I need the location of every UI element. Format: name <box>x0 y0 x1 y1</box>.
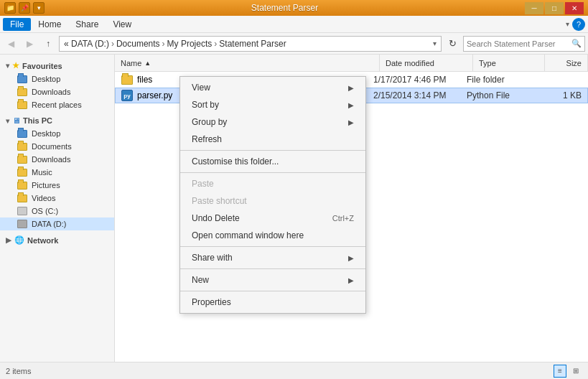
context-menu-item-label: New <box>192 275 209 285</box>
quick-access-down[interactable]: ▾ <box>33 2 45 14</box>
back-button[interactable]: ◀ <box>3 36 19 52</box>
context-menu-item[interactable]: Customise this folder... <box>180 153 365 170</box>
thispc-label: This PC <box>23 116 52 125</box>
sidebar-pc-osc[interactable]: OS (C:) <box>0 205 114 217</box>
context-menu-item[interactable]: New▶ <box>180 271 365 289</box>
menu-share[interactable]: Share <box>68 18 106 31</box>
star-icon: ★ <box>12 61 19 70</box>
menu-bar-right: ▾ ? <box>566 18 585 31</box>
sidebar-downloads-label: Downloads <box>32 88 70 96</box>
help-icon[interactable]: ? <box>572 18 585 31</box>
recent-folder-icon <box>17 101 27 109</box>
context-menu-item[interactable]: View▶ <box>180 79 365 96</box>
path-dropdown-arrow[interactable]: ▾ <box>433 39 437 47</box>
desktop-folder-icon <box>17 75 27 83</box>
context-menu-arrow: ▶ <box>348 84 354 92</box>
sidebar-item-downloads[interactable]: Downloads <box>0 85 114 98</box>
pc-videos-icon <box>17 195 27 202</box>
address-path-bar[interactable]: « DATA (D:) › Documents › My Projects › … <box>59 36 442 52</box>
minimize-button[interactable]: ─ <box>525 2 543 14</box>
context-menu-item[interactable]: Share with▶ <box>180 249 365 266</box>
menu-home[interactable]: Home <box>31 18 68 31</box>
col-name-label: Name <box>121 59 141 67</box>
forward-button[interactable]: ▶ <box>22 36 37 52</box>
col-header-name[interactable]: Name ▲ <box>115 55 380 71</box>
context-menu-item[interactable]: Open command window here <box>180 227 365 244</box>
view-details-button[interactable]: ≡ <box>554 365 566 378</box>
app-icon: 📁 <box>4 2 16 14</box>
sidebar-pc-downloads-label: Downloads <box>32 155 70 164</box>
title-bar-left: 📁 📌 ▾ <box>4 2 45 14</box>
file-type: File folder <box>467 75 538 85</box>
sidebar-pc-downloads[interactable]: Downloads <box>0 153 114 166</box>
col-header-date[interactable]: Date modified <box>380 55 473 71</box>
favourites-label: Favourites <box>22 62 62 70</box>
context-menu-arrow: ▶ <box>348 101 354 109</box>
downloads-folder-icon <box>17 88 27 96</box>
context-menu-separator <box>180 291 365 291</box>
sidebar-favourites-header[interactable]: ▾ ★ Favourites <box>0 59 114 72</box>
osc-drive-icon <box>17 207 27 215</box>
context-menu-separator <box>180 246 365 247</box>
title-bar: 📁 📌 ▾ Statement Parser ─ □ ✕ <box>0 0 588 16</box>
context-menu-item[interactable]: Undo DeleteCtrl+Z <box>180 210 365 227</box>
pc-music-icon <box>17 169 27 177</box>
sidebar-pc-desktop-label: Desktop <box>32 129 60 138</box>
quick-access-pin[interactable]: 📌 <box>19 2 30 14</box>
status-bar: 2 items ≡ ⊞ <box>0 362 588 379</box>
sidebar-pc-videos[interactable]: Videos <box>0 192 114 205</box>
pc-pictures-icon <box>17 182 27 190</box>
sidebar-pc-desktop[interactable]: Desktop <box>0 127 114 140</box>
context-menu-item-label: Sort by <box>192 100 219 110</box>
context-menu-item-label: Paste shortcut <box>192 196 247 206</box>
sidebar-item-desktop[interactable]: Desktop <box>0 72 114 85</box>
context-menu-item[interactable]: Sort by▶ <box>180 96 365 113</box>
context-menu-item[interactable]: Group by▶ <box>180 113 365 131</box>
network-icon: 🌐 <box>14 235 24 245</box>
maximize-button[interactable]: □ <box>545 2 564 14</box>
address-bar: ◀ ▶ ↑ « DATA (D:) › Documents › My Proje… <box>0 33 588 55</box>
context-menu-separator <box>180 268 365 269</box>
sidebar-pc-datad-label: DATA (D:) <box>32 220 66 228</box>
context-menu-arrow: ▶ <box>348 118 354 126</box>
col-header-type[interactable]: Type <box>473 55 545 71</box>
expand-icon: ▾ <box>6 62 9 70</box>
sort-arrow: ▲ <box>144 60 151 67</box>
col-header-size[interactable]: Size <box>545 55 588 71</box>
sidebar-pc-music-label: Music <box>32 168 52 177</box>
network-expand-icon: ▶ <box>6 236 11 244</box>
context-menu-item-label: Refresh <box>192 134 222 144</box>
context-menu-item-label: Customise this folder... <box>192 156 279 167</box>
sidebar-thispc-header[interactable]: ▾ 🖥 This PC <box>0 114 114 127</box>
status-item-count: 2 items <box>6 367 31 375</box>
menu-bar: File Home Share View ▾ ? <box>0 16 588 33</box>
file-size: 1 KB <box>538 90 582 100</box>
sidebar-network-header[interactable]: ▶ 🌐 Network <box>0 233 114 247</box>
context-menu-item[interactable]: Refresh <box>180 131 365 148</box>
search-icon[interactable]: 🔍 <box>571 39 582 48</box>
pc-icon: 🖥 <box>12 116 20 125</box>
search-input[interactable] <box>467 39 571 48</box>
view-toggle-buttons: ≡ ⊞ <box>554 365 582 378</box>
menu-view[interactable]: View <box>106 18 139 31</box>
file-date: 2/15/2014 3:14 PM <box>373 90 467 100</box>
col-date-label: Date modified <box>386 59 434 67</box>
main-layout: ▾ ★ Favourites Desktop Downloads Recent … <box>0 55 588 362</box>
refresh-button[interactable]: ↻ <box>444 36 460 52</box>
sidebar-item-recent-places[interactable]: Recent places <box>0 98 114 111</box>
sidebar-pc-pictures[interactable]: Pictures <box>0 179 114 192</box>
menu-file[interactable]: File <box>3 18 31 31</box>
menu-expand-arrow[interactable]: ▾ <box>566 20 569 28</box>
sidebar-pc-datad[interactable]: DATA (D:) <box>0 217 114 230</box>
sidebar-group-network: ▶ 🌐 Network <box>0 233 114 247</box>
pc-desktop-icon <box>17 130 27 138</box>
context-menu-item[interactable]: Properties <box>180 294 365 311</box>
sidebar-group-thispc: ▾ 🖥 This PC Desktop Documents Downloads … <box>0 114 114 230</box>
close-button[interactable]: ✕ <box>565 2 584 14</box>
up-button[interactable]: ↑ <box>40 36 56 52</box>
sidebar: ▾ ★ Favourites Desktop Downloads Recent … <box>0 55 115 362</box>
sidebar-pc-documents[interactable]: Documents <box>0 140 114 153</box>
view-large-icons-button[interactable]: ⊞ <box>569 365 582 378</box>
sidebar-group-favourites: ▾ ★ Favourites Desktop Downloads Recent … <box>0 59 114 111</box>
sidebar-pc-music[interactable]: Music <box>0 166 114 179</box>
